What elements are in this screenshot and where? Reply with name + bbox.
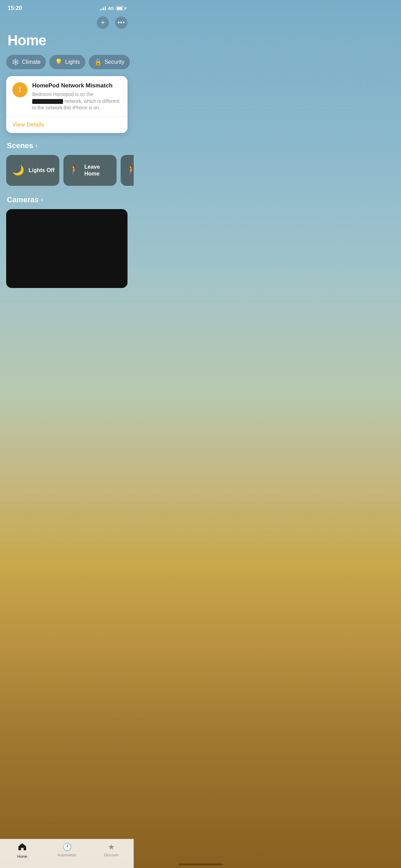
add-button[interactable]: + (97, 16, 109, 29)
lights-off-label: Lights Off (28, 167, 54, 174)
climate-icon: ❄️ (12, 58, 19, 66)
battery-icon (116, 6, 126, 10)
scenes-row: 🌙 Lights Off 🚶 Leave Home 🚶 Arrive Home (0, 155, 134, 195)
page-title: Home (0, 29, 134, 55)
category-lights[interactable]: 💡 Lights (49, 55, 85, 69)
alert-body-text1: Bedroom Homepod is on the (32, 92, 93, 97)
cameras-section: Cameras › (0, 195, 134, 295)
cameras-chevron-icon: › (41, 196, 43, 203)
alert-body: Bedroom Homepod is on the network, which… (32, 91, 121, 111)
status-icons: 4G (100, 6, 126, 11)
climate-label: Climate (22, 59, 40, 65)
cameras-label: Cameras (7, 195, 39, 204)
status-bar: 15:20 4G (0, 0, 134, 14)
alert-title: HomePod Network Mismatch (32, 82, 121, 89)
more-button[interactable]: ••• (115, 16, 127, 29)
scene-arrive-home[interactable]: 🚶 Arrive Home (121, 155, 134, 186)
ellipsis-icon: ••• (118, 20, 125, 26)
leave-home-label: Leave Home (84, 164, 112, 177)
alert-top: ! HomePod Network Mismatch Bedroom Homep… (12, 82, 121, 111)
scene-lights-off[interactable]: 🌙 Lights Off (6, 155, 59, 186)
moon-icon: 🌙 (12, 165, 24, 176)
lights-icon: 💡 (55, 58, 62, 66)
scenes-header[interactable]: Scenes › (0, 141, 134, 155)
network-type: 4G (108, 6, 114, 11)
category-security[interactable]: 🔒 Security (89, 55, 130, 69)
security-label: Security (105, 59, 124, 65)
category-speakers[interactable]: 📺 Speakers (133, 55, 134, 69)
scene-leave-home[interactable]: 🚶 Leave Home (63, 155, 117, 186)
plus-icon: + (101, 19, 105, 26)
alert-card: ! HomePod Network Mismatch Bedroom Homep… (6, 76, 127, 133)
header-actions: + ••• (0, 14, 134, 29)
category-pills: ❄️ Climate 💡 Lights 🔒 Security 📺 Speaker… (0, 55, 134, 76)
signal-bars-icon (100, 6, 106, 10)
category-climate[interactable]: ❄️ Climate (6, 55, 46, 69)
arrive-icon: 🚶 (125, 165, 134, 176)
scenes-chevron-icon: › (35, 142, 37, 149)
lights-label: Lights (65, 59, 80, 65)
status-time: 15:20 (8, 5, 22, 12)
camera-feed (6, 209, 127, 288)
walking-person-icon: 🚶 (68, 165, 80, 176)
scenes-label: Scenes (7, 141, 33, 150)
alert-redacted (32, 99, 63, 104)
cameras-header[interactable]: Cameras › (0, 195, 134, 209)
security-icon: 🔒 (94, 58, 102, 66)
alert-content: HomePod Network Mismatch Bedroom Homepod… (32, 82, 121, 111)
alert-warning-icon: ! (12, 82, 27, 97)
view-details-button[interactable]: View Details (12, 117, 121, 133)
